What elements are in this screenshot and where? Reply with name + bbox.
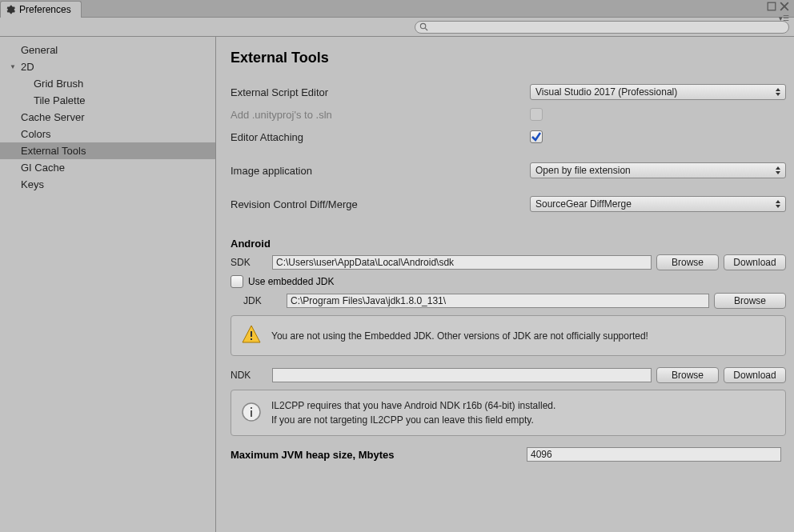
jdk-warning-text: You are not using the Embedded JDK. Othe… xyxy=(271,329,648,343)
add-unityproj-checkbox xyxy=(530,108,543,121)
external-script-editor-label: External Script Editor xyxy=(231,86,527,98)
window-close-icon[interactable] xyxy=(780,2,789,11)
sdk-input[interactable] xyxy=(272,255,652,270)
image-application-select[interactable]: Open by file extension xyxy=(530,162,786,178)
svg-rect-10 xyxy=(251,407,252,409)
il2cpp-info-line2: If you are not targeting IL2CPP you can … xyxy=(271,414,534,426)
sdk-label: SDK xyxy=(231,257,267,268)
gear-icon xyxy=(6,5,15,14)
svg-rect-6 xyxy=(251,331,252,337)
sidebar-item-general[interactable]: General xyxy=(0,42,215,58)
image-application-label: Image application xyxy=(231,165,527,177)
ndk-label: NDK xyxy=(231,370,267,381)
android-header: Android xyxy=(231,238,786,250)
page-title: External Tools xyxy=(231,50,786,66)
ndk-browse-button[interactable]: Browse xyxy=(656,367,719,383)
search-input[interactable] xyxy=(415,21,789,34)
sdk-download-button[interactable]: Download xyxy=(724,254,786,270)
tab-title: Preferences xyxy=(19,4,71,15)
jdk-input[interactable] xyxy=(287,294,709,308)
external-script-editor-select[interactable]: Visual Studio 2017 (Professional) xyxy=(530,84,786,100)
ndk-input[interactable] xyxy=(272,368,652,382)
revision-control-label: Revision Control Diff/Merge xyxy=(231,198,527,210)
il2cpp-info-box: IL2CPP requires that you have Android ND… xyxy=(231,390,786,436)
tab-preferences[interactable]: Preferences xyxy=(0,1,82,18)
revision-control-select[interactable]: SourceGear DiffMerge xyxy=(530,196,786,212)
svg-rect-0 xyxy=(768,2,776,10)
add-unityproj-label: Add .unityproj's to .sln xyxy=(231,109,527,121)
sidebar-item-cache-server[interactable]: Cache Server xyxy=(0,109,215,126)
tab-bar: Preferences xyxy=(0,0,794,18)
search-bar xyxy=(0,18,794,37)
sdk-browse-button[interactable]: Browse xyxy=(656,254,719,270)
sidebar: General 2D Grid Brush Tile Palette Cache… xyxy=(0,37,216,532)
sidebar-item-gi-cache[interactable]: GI Cache xyxy=(0,159,215,176)
editor-attaching-checkbox[interactable] xyxy=(530,130,543,143)
heap-label: Maximum JVM heap size, Mbytes xyxy=(231,449,527,461)
window-minimize-icon[interactable] xyxy=(767,2,776,11)
jdk-warning-box: You are not using the Embedded JDK. Othe… xyxy=(231,315,786,356)
ndk-download-button[interactable]: Download xyxy=(724,367,786,383)
main-panel: External Tools External Script Editor Vi… xyxy=(216,37,794,532)
heap-input[interactable] xyxy=(527,447,781,462)
warning-icon xyxy=(241,324,262,347)
sidebar-item-keys[interactable]: Keys xyxy=(0,176,215,193)
jdk-browse-button[interactable]: Browse xyxy=(714,293,786,309)
il2cpp-info-line1: IL2CPP requires that you have Android ND… xyxy=(271,400,555,411)
jdk-label: JDK xyxy=(231,295,282,306)
info-icon xyxy=(241,402,262,425)
svg-rect-9 xyxy=(251,410,252,417)
use-embedded-jdk-label: Use embedded JDK xyxy=(248,276,334,287)
svg-rect-7 xyxy=(251,338,252,340)
sidebar-item-colors[interactable]: Colors xyxy=(0,126,215,142)
use-embedded-jdk-checkbox[interactable] xyxy=(231,275,243,288)
editor-attaching-label: Editor Attaching xyxy=(231,131,527,143)
sidebar-item-external-tools[interactable]: External Tools xyxy=(0,142,215,159)
sidebar-item-tile-palette[interactable]: Tile Palette xyxy=(0,92,215,109)
sidebar-item-grid-brush[interactable]: Grid Brush xyxy=(0,75,215,92)
sidebar-item-2d[interactable]: 2D xyxy=(0,58,215,75)
